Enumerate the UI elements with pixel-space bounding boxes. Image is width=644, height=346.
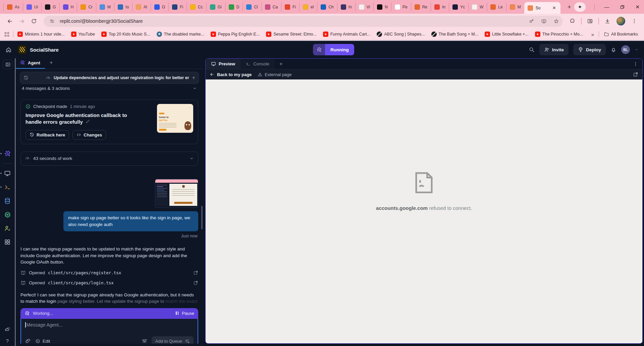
pane-menu-kebab-icon[interactable] (629, 59, 642, 69)
chevron-down-icon[interactable] (190, 156, 194, 161)
back-button[interactable] (5, 16, 15, 26)
browser-tab[interactable]: Io (114, 3, 132, 11)
settings-sliders-icon[interactable] (142, 338, 147, 344)
edit-pencil-icon[interactable] (86, 120, 90, 125)
bookmark-item[interactable]: ABC Song | Shapes... (377, 32, 425, 37)
password-key-icon[interactable] (527, 18, 536, 24)
apps-grid-icon[interactable] (5, 32, 9, 37)
browser-tab[interactable]: Le (487, 3, 506, 11)
reload-button[interactable] (29, 16, 39, 26)
opened-file-row[interactable]: Opened client/src/pages/register.tsx (20, 270, 198, 276)
running-status-button[interactable]: Running (325, 44, 354, 55)
changes-button[interactable]: Changes (72, 130, 106, 140)
help-question-icon[interactable]: ? (6, 338, 9, 344)
tab-close-icon[interactable]: ✕ (551, 5, 558, 11)
run-button-group[interactable]: Running (313, 44, 354, 55)
open-in-new-tab-icon[interactable] (633, 72, 638, 77)
browser-tab[interactable]: Cl (243, 3, 261, 11)
rail-auth-button[interactable] (3, 224, 11, 232)
browser-menu-kebab-icon[interactable] (629, 18, 639, 24)
window-restore-button[interactable] (619, 4, 626, 10)
deploy-button[interactable]: Deploy (573, 44, 606, 55)
browser-tab[interactable]: Cc (186, 3, 206, 11)
browser-tab[interactable]: Ch (317, 3, 337, 11)
browser-tab[interactable]: Al (132, 3, 151, 11)
browser-profile-avatar[interactable] (616, 17, 625, 25)
browser-tab[interactable]: D (225, 3, 243, 11)
agent-conversation[interactable]: Update dependencies and adjust user regi… (16, 69, 203, 344)
gemini-sparkle-button[interactable]: ✦ (574, 2, 586, 12)
rail-all-tools-button[interactable] (3, 238, 11, 246)
browser-tab[interactable]: M (96, 3, 114, 11)
pause-button[interactable]: Pause (176, 311, 194, 316)
bookmark-item[interactable]: Minions 1 hour vide... (17, 32, 65, 37)
rail-agent-button[interactable] (3, 150, 11, 158)
bookmark-item[interactable]: The Bath Song + M... (431, 32, 478, 37)
home-icon[interactable] (5, 47, 12, 53)
url-text[interactable]: replit.com/@bloombergjr30/SocialShare (60, 18, 524, 24)
browser-tab-active[interactable]: So ✕ (524, 2, 560, 14)
invite-button[interactable]: Invite (539, 44, 569, 55)
browser-tab[interactable]: Ui (23, 3, 41, 11)
add-tab-button[interactable]: + (275, 59, 287, 69)
browser-tab[interactable]: M (506, 3, 524, 11)
messages-summary-row[interactable]: 4 messages & 3 actions (22, 86, 197, 91)
all-bookmarks-button[interactable]: All Bookmarks (604, 32, 638, 37)
address-bar[interactable]: replit.com/@bloombergjr30/SocialShare (44, 16, 563, 27)
browser-tab[interactable]: Fi (168, 3, 186, 11)
tab-console[interactable]: Console (240, 59, 275, 69)
rail-database-button[interactable] (3, 197, 11, 205)
window-minimize-button[interactable]: — (603, 4, 610, 10)
attach-paperclip-icon[interactable] (25, 338, 31, 344)
bookmark-item[interactable]: YouTube (71, 32, 95, 37)
message-input-box[interactable]: Message Agent... Edit (20, 319, 198, 344)
edit-mode-button[interactable]: Edit (35, 339, 50, 344)
bookmark-star-icon[interactable] (552, 18, 561, 24)
browser-tab[interactable]: In (337, 3, 355, 11)
new-tab-button[interactable]: + (565, 3, 574, 11)
history-clock-icon[interactable] (23, 75, 29, 80)
chevron-down-icon[interactable] (193, 86, 197, 91)
browser-tab[interactable]: N (373, 3, 391, 11)
bookmark-item[interactable]: Sesame Street: Elmo... (266, 32, 317, 37)
work-summary-bar[interactable]: 43 seconds of work (20, 152, 198, 166)
new-topic-plus-icon[interactable]: + (192, 75, 195, 81)
account-avatar[interactable]: BL (621, 45, 630, 54)
browser-tab[interactable]: O (151, 3, 168, 11)
collapse-sidebar-button[interactable] (3, 60, 13, 69)
search-screenshot-icon[interactable] (585, 18, 595, 24)
announcements-megaphone-icon[interactable] (4, 326, 11, 333)
topic-bar[interactable]: Update dependencies and adjust user regi… (20, 72, 199, 84)
browser-tab[interactable]: Re (411, 3, 431, 11)
extensions-puzzle-icon[interactable] (568, 18, 578, 24)
project-title[interactable]: SocialShare (30, 47, 59, 53)
message-input-placeholder[interactable]: Message Agent... (26, 322, 63, 328)
browser-tab[interactable]: As (3, 3, 23, 11)
rail-deployments-button[interactable] (3, 211, 11, 219)
send-to-device-icon[interactable] (539, 18, 548, 24)
back-to-my-page-button[interactable]: Back to my page (210, 72, 252, 77)
attached-screenshot-thumbnail[interactable] (155, 179, 198, 208)
browser-tab[interactable]: Fi (281, 3, 299, 11)
agent-scrollbar[interactable] (201, 206, 203, 229)
bookmark-item[interactable]: Top 20 Kids Music S... (101, 32, 150, 37)
browser-tab[interactable]: Gi (206, 3, 225, 11)
external-link-icon[interactable] (193, 270, 198, 275)
bookmarks-overflow-chevron[interactable]: » (591, 32, 594, 37)
tab-agent[interactable]: Agent (16, 60, 45, 69)
rail-shell-button[interactable] (3, 183, 11, 191)
browser-tab[interactable]: Yc (449, 3, 468, 11)
browser-tab[interactable]: G (41, 3, 59, 11)
browser-tab[interactable]: el (299, 3, 317, 11)
window-close-button[interactable]: ✕ (634, 4, 641, 10)
bookmark-item[interactable]: Peppa Pig English E... (211, 32, 260, 37)
bookmark-item[interactable]: Little Snowflake +... (485, 32, 529, 37)
account-chevron-down-icon[interactable] (635, 48, 639, 52)
tab-preview[interactable]: Preview (206, 59, 240, 69)
browser-tab[interactable]: H (59, 3, 77, 11)
external-link-icon[interactable] (193, 280, 198, 285)
bookmark-item[interactable]: The Pinocchio + Mo... (535, 32, 583, 37)
browser-tab[interactable]: W (468, 3, 487, 11)
notifications-bell-icon[interactable] (610, 47, 616, 53)
browser-tab[interactable]: Ca (261, 3, 281, 11)
